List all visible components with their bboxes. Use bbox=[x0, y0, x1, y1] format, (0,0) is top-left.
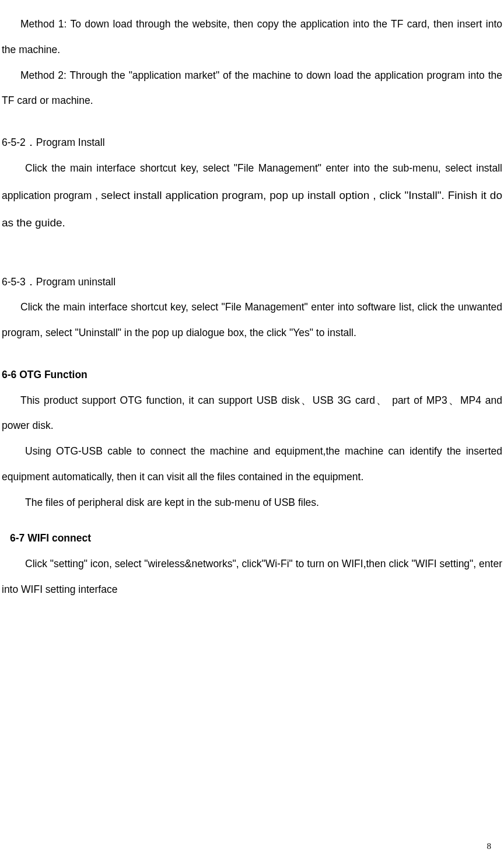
paragraph-method1: Method 1: To down load through the websi… bbox=[2, 12, 502, 63]
page-number: 8 bbox=[487, 841, 492, 851]
paragraph-6-6-a: This product support OTG function, it ca… bbox=[2, 388, 502, 439]
heading-6-5-2: 6-5-2．Program Install bbox=[2, 130, 502, 156]
paragraph-6-6-c: The files of peripheral disk are kept in… bbox=[2, 490, 502, 516]
paragraph-6-6-b: Using OTG-USB cable to connect the machi… bbox=[2, 439, 502, 490]
heading-6-7: 6-7 WIFI connect bbox=[2, 526, 502, 551]
heading-6-6: 6-6 OTG Function bbox=[2, 362, 502, 388]
paragraph-6-7: Click "setting" icon, select "wireless&n… bbox=[2, 551, 502, 603]
paragraph-6-5-2: Click the main interface shortcut key, s… bbox=[2, 156, 502, 237]
paragraph-6-5-3: Click the main interface shortcut key, s… bbox=[2, 295, 502, 346]
heading-6-5-3: 6-5-3．Program uninstall bbox=[2, 270, 502, 295]
document-content: Method 1: To down load through the websi… bbox=[0, 12, 504, 603]
paragraph-method2: Method 2: Through the "application marke… bbox=[2, 63, 502, 114]
